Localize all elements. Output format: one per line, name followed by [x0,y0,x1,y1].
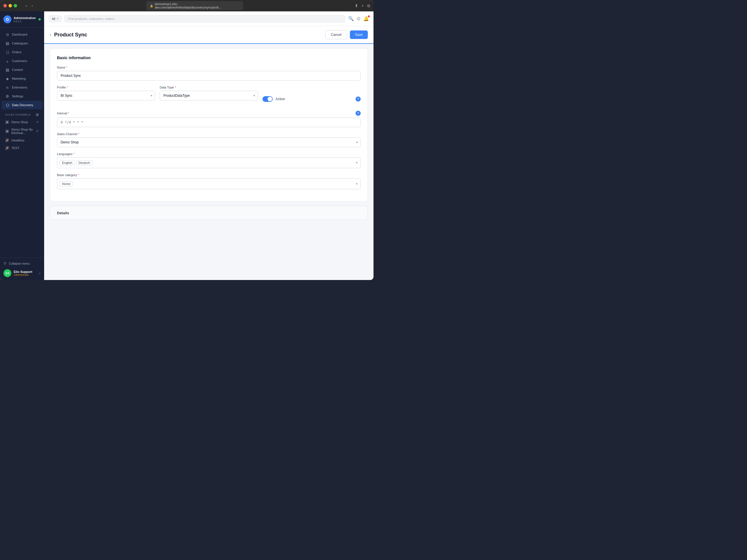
user-section: ES Elio Support Administrator ∧ [3,266,41,277]
back-button[interactable]: ‹ [50,32,51,37]
headless-icon: 🚀 [5,138,9,142]
windows-icon[interactable]: ⧉ [367,3,370,8]
profile-field-group: Profile * BI Sync ▾ [57,86,155,101]
page-title: Product Sync [54,32,323,38]
cancel-button[interactable]: Cancel [326,30,347,39]
base-category-input[interactable]: Home ▾ [57,179,361,189]
window-controls [3,4,17,7]
collapse-icon: ⏱ [3,262,6,265]
languages-label: Languages * [57,152,361,156]
sales-channel-demo-shop-no-elio[interactable]: ▦ Demo Shop No ElioSear... 👁 [2,126,43,136]
language-tag-deutsch: Deutsch [76,160,93,165]
sales-channel-label: Demo Shop No ElioSear... [11,128,33,135]
titlebar-actions: ⬆ + ⧉ [355,3,370,8]
sidebar-item-label: Settings [12,95,23,98]
profile-select-wrap: BI Sync ▾ [57,91,155,101]
sidebar-item-catalogues[interactable]: ▤ Catalogues [2,39,43,48]
data-type-field-group: Data Type * ProductDataType ▾ [160,86,258,101]
filter-label: All [52,17,55,21]
filter-chevron-icon: ▾ [57,17,58,20]
search-icon[interactable]: 🔍 [348,16,354,21]
marketing-icon: ◈ [5,76,10,81]
collapse-menu-button[interactable]: ⏱ Collapse menu [3,261,41,266]
required-indicator: * [73,152,74,156]
language-tag-english: English [59,160,75,165]
avatar: ES [3,269,11,277]
minimize-dot[interactable] [8,4,12,7]
sales-channel-test[interactable]: 🚀 TEST [2,144,43,152]
sidebar: G Administration 6.5.2.1 ⊙ Dashboard ▤ C… [0,11,44,280]
interval-label: Interval * [57,111,69,115]
forward-nav-button[interactable]: › [30,3,35,8]
sidebar-item-label: Data Discovery [12,103,33,107]
sidebar-footer: ⏱ Collapse menu ES Elio Support Administ… [0,258,44,280]
catalogues-icon: ▤ [5,41,10,46]
interval-input[interactable] [57,117,361,127]
name-input[interactable] [57,71,361,81]
base-category-chevron-icon: ▾ [356,182,358,186]
required-indicator: * [78,173,79,177]
new-tab-icon[interactable]: + [362,3,364,8]
sales-channel-label: Headless [11,139,24,142]
url-bar[interactable]: 🔒 demoshop1.elio-dev.com/admin#/elio/dat… [146,1,243,10]
topbar: All ▾ Find products, customers, orders..… [44,11,374,26]
languages-chevron-icon: ▾ [356,161,358,165]
required-indicator: * [78,132,79,136]
data-type-select[interactable]: ProductDataType [160,91,258,101]
user-name: Elio Support [14,270,36,273]
sidebar-header: G Administration 6.5.2.1 [0,11,44,28]
browser-nav: ‹ › [24,3,34,8]
profile-select[interactable]: BI Sync [57,91,155,101]
sidebar-item-content[interactable]: ▧ Content [2,65,43,74]
sidebar-item-dashboard[interactable]: ⊙ Dashboard [2,30,43,39]
sales-channel-headless[interactable]: 🚀 Headless [2,137,43,144]
orders-icon: ◻ [5,50,10,54]
back-nav-button[interactable]: ‹ [24,3,29,8]
sales-channel-demo-shop[interactable]: ▦ Demo Shop 👁 [2,118,43,126]
add-sales-channel-button[interactable]: ⊕ [35,112,39,117]
close-dot[interactable] [3,4,7,7]
url-bar-wrap: 🔒 demoshop1.elio-dev.com/admin#/elio/dat… [37,1,352,10]
app-info: Administration 6.5.2.1 [14,16,36,23]
data-type-label: Data Type * [160,86,258,89]
help-icon[interactable]: ⊙ [357,16,360,21]
interval-help-icon[interactable]: ? [356,111,361,116]
sidebar-item-customers[interactable]: ⟁ Customers [2,57,43,65]
sidebar-item-settings[interactable]: ⚙ Settings [2,92,43,101]
sidebar-nav: ⊙ Dashboard ▤ Catalogues ◻ Orders ⟁ Cust… [0,28,44,258]
app-logo: G [3,16,11,23]
user-chevron-icon[interactable]: ∧ [39,272,41,275]
sidebar-item-marketing[interactable]: ◈ Marketing [2,74,43,83]
base-category-label: Base category * [57,173,361,177]
sidebar-item-label: Customers [12,59,27,62]
notification-badge [368,16,370,17]
notifications-icon[interactable]: 🔔 [363,16,369,21]
interval-field-group: Interval * ? [57,111,361,127]
share-icon[interactable]: ⬆ [355,3,358,8]
search-filter-dropdown[interactable]: All ▾ [49,16,61,22]
sales-channel-select[interactable]: Demo Shop [57,137,361,147]
maximize-dot[interactable] [14,4,17,7]
sidebar-item-label: Extensions [12,86,27,89]
main-content: All ▾ Find products, customers, orders..… [44,11,374,280]
save-button[interactable]: Save [350,30,368,39]
eye-icon[interactable]: 👁 [36,130,39,133]
page-header: ‹ Product Sync Cancel Save [44,26,374,44]
sidebar-item-data-discovery[interactable]: ⬡ Data Discovery [2,101,43,109]
sales-channels-section-header: Sales Channels ⊕ [0,110,44,118]
sidebar-item-label: Orders [12,50,22,54]
user-role: Administrator [14,273,36,276]
sidebar-item-orders[interactable]: ◻ Orders [2,48,43,56]
sidebar-item-extensions[interactable]: ⎋ Extensions [2,83,43,91]
languages-input[interactable]: English Deutsch ▾ [57,157,361,168]
basic-info-title: Basic information [57,55,361,60]
demo-shop-no-elio-icon: ▦ [5,129,9,133]
search-input[interactable]: Find products, customers, orders... [65,15,345,23]
active-toggle[interactable] [262,96,273,102]
test-icon: 🚀 [5,146,9,150]
sales-channel-field-group: Sales Channel * Demo Shop ▾ [57,132,361,147]
eye-icon[interactable]: 👁 [36,121,39,124]
active-help-icon[interactable]: ? [356,97,361,102]
app-name: Administration [14,16,36,20]
topbar-icons: 🔍 ⊙ 🔔 [348,16,369,21]
